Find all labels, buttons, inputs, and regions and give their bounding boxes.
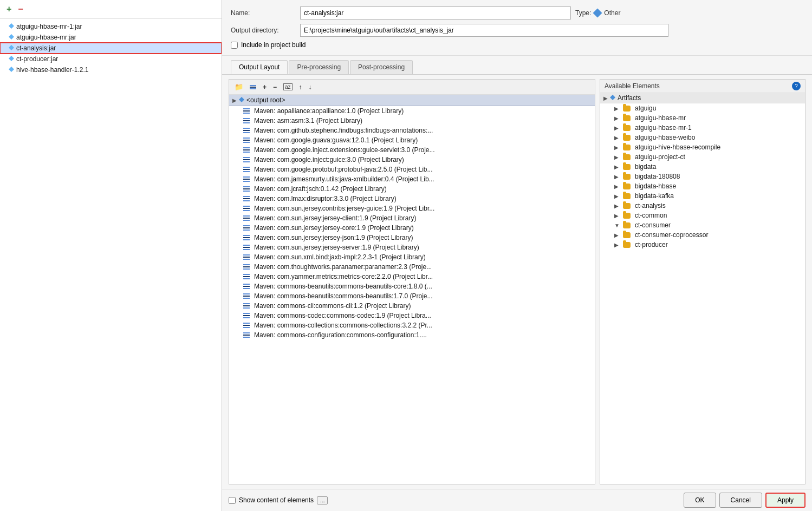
maven-item[interactable]: Maven: commons-collections:commons-colle…	[229, 320, 595, 330]
tab-output-layout[interactable]: Output Layout	[231, 60, 288, 74]
maven-item[interactable]: Maven: com.google.guava:guava:12.0.1 (Pr…	[229, 135, 595, 145]
jar-icon	[243, 323, 250, 328]
maven-item[interactable]: Maven: commons-configuration:commons-con…	[229, 330, 595, 340]
maven-item[interactable]: Maven: com.jamesmurty.utils:java-xmlbuil…	[229, 174, 595, 184]
tab-pre-processing[interactable]: Pre-processing	[289, 60, 349, 74]
tree-item-atguigu-hbase-mr[interactable]: atguigu-hbase-mr:jar	[0, 32, 222, 43]
available-item-label: atguigu-hbase-mr-1	[635, 124, 692, 132]
move-up-btn[interactable]: ↑	[297, 82, 304, 92]
maven-item[interactable]: Maven: com.sun.jersey:jersey-server:1.9 …	[229, 243, 595, 252]
available-item-atguigu[interactable]: ▶ atguigu	[600, 103, 805, 113]
maven-item[interactable]: Maven: commons-codec:commons-codec:1.9 (…	[229, 311, 595, 320]
tab-post-processing[interactable]: Post-processing	[350, 60, 413, 74]
maven-item-label: Maven: com.sun.jersey:jersey-json:1.9 (P…	[254, 234, 413, 241]
available-item-ct-producer[interactable]: ▶ ct-producer	[600, 240, 805, 250]
available-item-atguigu-project-ct[interactable]: ▶ atguigu-project-ct	[600, 152, 805, 162]
maven-item-label: Maven: commons-cli:commons-cli:1.2 (Proj…	[254, 302, 411, 310]
no-expand-icon: ▶	[614, 203, 621, 209]
include-label[interactable]: Include in project build	[241, 41, 306, 49]
output-dir-input[interactable]	[300, 24, 668, 37]
folder-icon	[623, 145, 631, 150]
maven-item[interactable]: Maven: com.lmax:disruptor:3.3.0 (Project…	[229, 194, 595, 204]
tree-item-ct-analysis[interactable]: ct-analysis:jar	[0, 43, 222, 54]
add-element-btn[interactable]: +	[261, 82, 269, 92]
lines-btn[interactable]	[248, 84, 258, 90]
jar-icon	[243, 254, 250, 260]
maven-item[interactable]: Maven: com.sun.jersey:jersey-json:1.9 (P…	[229, 233, 595, 243]
show-content-checkbox[interactable]	[229, 497, 236, 504]
remove-artifact-button[interactable]: −	[16, 3, 25, 15]
available-item-atguigu-hive-hbase-recompile[interactable]: ▶ atguigu-hive-hbase-recompile	[600, 142, 805, 152]
ok-button[interactable]: OK	[684, 493, 716, 508]
maven-item[interactable]: Maven: commons-beanutils:commons-beanuti…	[229, 281, 595, 291]
available-title: Available Elements	[605, 82, 660, 90]
available-item-atguigu-hbase-mr[interactable]: ▶ atguigu-hbase-mr	[600, 113, 805, 123]
apply-button[interactable]: Apply	[765, 493, 805, 508]
no-expand-icon: ▶	[614, 115, 621, 121]
maven-item[interactable]: Maven: com.yammer.metrics:metrics-core:2…	[229, 272, 595, 281]
available-item-ct-common[interactable]: ▶ ct-common	[600, 211, 805, 220]
maven-item[interactable]: Maven: com.sun.jersey:jersey-core:1.9 (P…	[229, 223, 595, 233]
no-expand-icon: ▶	[614, 145, 621, 150]
cancel-button[interactable]: Cancel	[719, 493, 762, 508]
maven-item-label: Maven: com.google.guava:guava:12.0.1 (Pr…	[254, 136, 418, 144]
folder-btn[interactable]: 📁	[232, 82, 245, 92]
jar-icon	[243, 235, 250, 240]
maven-item[interactable]: Maven: com.jcraft:jsch:0.1.42 (Project L…	[229, 184, 595, 194]
available-item-bigdata-kafka[interactable]: ▶ bigdata-kafka	[600, 191, 805, 201]
available-item-bigdata[interactable]: ▶ bigdata	[600, 162, 805, 172]
maven-item[interactable]: Maven: com.sun.jersey.contribs:jersey-gu…	[229, 204, 595, 213]
maven-item[interactable]: Maven: commons-beanutils:commons-beanuti…	[229, 291, 595, 301]
remove-element-btn[interactable]: −	[271, 82, 279, 92]
help-button[interactable]: ?	[792, 82, 801, 90]
add-artifact-button[interactable]: +	[4, 3, 14, 15]
maven-item[interactable]: Maven: asm:asm:3.1 (Project Library)	[229, 116, 595, 126]
maven-item[interactable]: Maven: aopalliance:aopalliance:1.0 (Proj…	[229, 106, 595, 116]
available-item-ct-consumer-coprocessor[interactable]: ▶ ct-consumer-coprocessor	[600, 230, 805, 240]
available-list: ▶ Artifacts ▶ atguigu ▶ atguigu-hbase-mr…	[600, 93, 805, 484]
artifact-properties: Name: Type: Other Output directory: Incl…	[222, 0, 812, 56]
available-item-ct-analysis[interactable]: ▶ ct-analysis	[600, 201, 805, 211]
maven-item[interactable]: Maven: com.sun.jersey:jersey-client:1.9 …	[229, 213, 595, 223]
available-item-atguigu-hbase-mr-1[interactable]: ▶ atguigu-hbase-mr-1	[600, 123, 805, 133]
move-down-btn[interactable]: ↓	[307, 82, 314, 92]
available-header: Available Elements ?	[600, 80, 805, 93]
folder-icon	[623, 106, 631, 112]
name-input[interactable]	[300, 6, 571, 19]
sort-az-btn[interactable]: az	[281, 82, 295, 91]
output-root-item[interactable]: ▶ <output root>	[229, 95, 595, 106]
type-diamond-icon	[593, 9, 602, 18]
tree-item-hive-hbase-handler[interactable]: hive-hbase-handler-1.2.1	[0, 64, 222, 75]
folder-icon	[623, 222, 631, 228]
maven-item-label: Maven: commons-collections:commons-colle…	[254, 322, 432, 329]
maven-item[interactable]: Maven: com.thoughtworks.paranamer:parana…	[229, 262, 595, 272]
maven-item-label: Maven: com.sun.jersey:jersey-server:1.9 …	[254, 244, 419, 251]
folder-icon	[623, 184, 631, 189]
available-item-bigdata-hbase[interactable]: ▶ bigdata-hbase	[600, 181, 805, 191]
output-dir-label: Output directory:	[231, 27, 296, 34]
jar-icon	[243, 215, 250, 221]
tree-item-atguigu-hbase-mr-1[interactable]: atguigu-hbase-mr-1:jar	[0, 21, 222, 32]
available-panel: Available Elements ? ▶ Artifacts ▶ atgui…	[600, 79, 805, 484]
available-item-bigdata-180808[interactable]: ▶ bigdata-180808	[600, 172, 805, 181]
maven-item[interactable]: Maven: commons-cli:commons-cli:1.2 (Proj…	[229, 301, 595, 311]
maven-item[interactable]: Maven: com.google.inject.extensions:guic…	[229, 145, 595, 155]
artifacts-header[interactable]: ▶ Artifacts	[600, 93, 805, 103]
include-checkbox[interactable]	[231, 42, 238, 49]
available-item-atguigu-hbase-weibo[interactable]: ▶ atguigu-hbase-weibo	[600, 133, 805, 142]
svg-marker-2	[9, 45, 14, 50]
dots-button[interactable]: ...	[317, 496, 328, 505]
maven-item[interactable]: Maven: com.google.inject:guice:3.0 (Proj…	[229, 155, 595, 165]
tree-item-ct-producer[interactable]: ct-producer:jar	[0, 54, 222, 64]
jar-icon	[243, 206, 250, 211]
maven-item[interactable]: Maven: com.sun.xml.bind:jaxb-impl:2.2.3-…	[229, 252, 595, 262]
available-item-ct-consumer[interactable]: ▼ ct-consumer	[600, 220, 805, 230]
jar-icon	[243, 186, 250, 192]
bottom-bar: Show content of elements ... OK Cancel A…	[222, 489, 812, 511]
maven-item[interactable]: Maven: com.github.stephenc.findbugs:find…	[229, 126, 595, 135]
available-item-label: ct-consumer-coprocessor	[635, 231, 708, 239]
show-content-label[interactable]: Show content of elements	[239, 496, 314, 504]
maven-item[interactable]: Maven: com.google.protobuf:protobuf-java…	[229, 165, 595, 174]
available-item-label: bigdata-180808	[635, 173, 680, 180]
jar-icon	[243, 284, 250, 289]
